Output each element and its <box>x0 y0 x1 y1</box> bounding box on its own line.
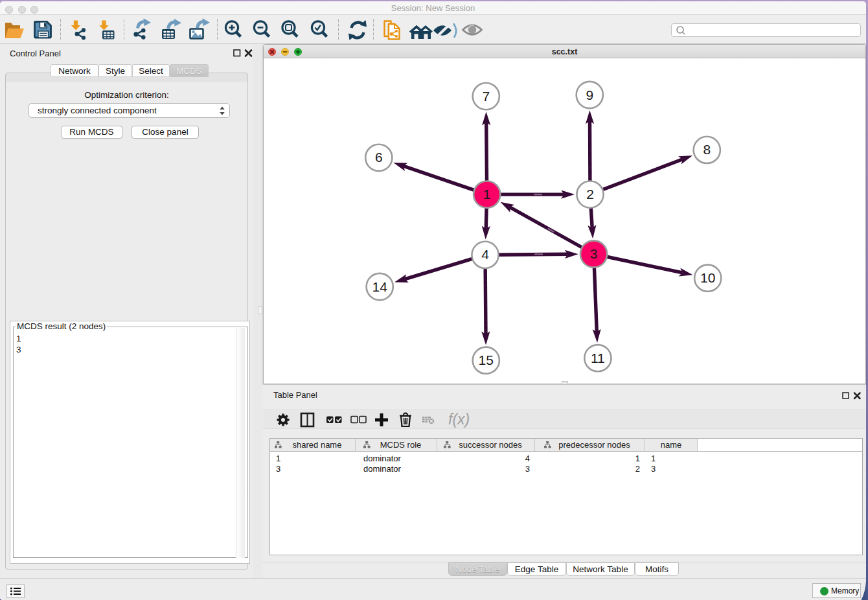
svg-text:3: 3 <box>590 246 598 261</box>
svg-text:1: 1 <box>483 187 491 202</box>
svg-text:6: 6 <box>375 150 383 165</box>
svg-text:9: 9 <box>586 87 593 102</box>
svg-text:15: 15 <box>479 352 494 367</box>
svg-text:10: 10 <box>700 270 715 285</box>
svg-text:8: 8 <box>703 142 711 157</box>
svg-text:14: 14 <box>372 279 388 294</box>
svg-text:4: 4 <box>481 247 489 262</box>
svg-text:7: 7 <box>482 89 490 104</box>
svg-text:11: 11 <box>591 351 605 365</box>
svg-text:f(x): f(x) <box>448 411 470 428</box>
svg-text:2: 2 <box>586 187 594 202</box>
